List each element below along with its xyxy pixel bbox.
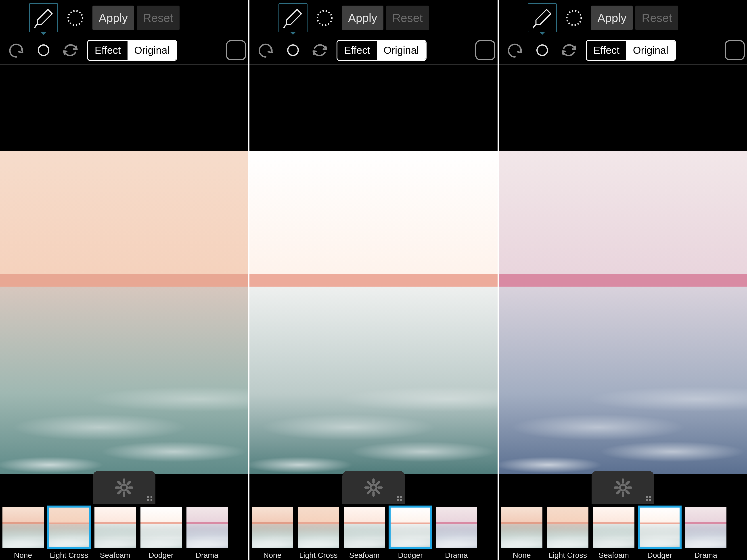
sync-button[interactable] <box>60 40 80 60</box>
brush-tool[interactable] <box>528 3 557 32</box>
mask-tool[interactable] <box>560 3 588 32</box>
seg-original[interactable]: Original <box>128 41 176 60</box>
sync-button[interactable] <box>310 40 330 60</box>
filter-lightcross[interactable]: Light Cross <box>544 506 591 560</box>
drag-handle-icon <box>147 496 152 501</box>
filter-label: Light Cross <box>50 551 88 560</box>
filter-drama[interactable]: Drama <box>184 506 230 560</box>
filter-seafoam[interactable]: Seafoam <box>341 506 388 560</box>
filter-lightcross[interactable]: Light Cross <box>295 506 342 560</box>
filter-thumb-drama <box>684 506 727 549</box>
effect-original-toggle[interactable]: Effect Original <box>337 40 427 61</box>
seg-effect[interactable]: Effect <box>337 41 377 60</box>
filter-thumb-drama <box>185 506 229 549</box>
filter-none[interactable]: None <box>499 506 545 560</box>
apply-button[interactable]: Apply <box>591 6 633 30</box>
filter-dodger[interactable]: Dodger <box>387 506 434 560</box>
effect-original-toggle[interactable]: Effect Original <box>87 40 177 61</box>
svg-point-1 <box>38 45 49 56</box>
filter-label: None <box>14 551 32 560</box>
svg-line-21 <box>377 482 379 484</box>
secondary-toolbar: Effect Original <box>499 36 747 65</box>
undo-button[interactable] <box>256 40 276 60</box>
preview-image <box>499 151 747 474</box>
sync-button[interactable] <box>559 40 579 60</box>
undo-icon <box>256 41 276 60</box>
svg-point-22 <box>567 11 581 25</box>
top-toolbar: Apply Reset <box>499 0 747 36</box>
filter-none[interactable]: None <box>250 506 296 560</box>
circle-icon <box>284 42 302 59</box>
filter-label: Drama <box>445 551 468 560</box>
seg-effect[interactable]: Effect <box>587 41 626 60</box>
settings-tab[interactable] <box>342 471 405 504</box>
aspect-button[interactable] <box>725 40 745 60</box>
brush-icon <box>532 7 553 29</box>
filter-label: Drama <box>694 551 717 560</box>
secondary-toolbar: Effect Original <box>0 36 248 65</box>
svg-line-26 <box>626 491 628 493</box>
seg-original[interactable]: Original <box>626 41 675 60</box>
svg-line-10 <box>128 482 130 484</box>
brush-tool[interactable] <box>29 3 58 32</box>
mask-tool[interactable] <box>310 3 339 32</box>
svg-point-24 <box>620 485 626 490</box>
filter-seafoam[interactable]: Seafoam <box>92 506 138 560</box>
svg-line-28 <box>617 491 619 493</box>
filter-drama[interactable]: Drama <box>682 506 729 560</box>
mask-tool[interactable] <box>61 3 90 32</box>
undo-button[interactable] <box>7 40 27 60</box>
reset-button[interactable]: Reset <box>635 6 678 30</box>
svg-point-12 <box>288 45 298 56</box>
apply-button[interactable]: Apply <box>93 6 134 30</box>
filter-thumb-dodger <box>389 506 432 549</box>
sync-icon <box>559 40 579 60</box>
editor-panel: Apply Reset Effect Original <box>250 0 498 560</box>
filter-label: Dodger <box>647 551 672 560</box>
settings-tab[interactable] <box>93 471 155 504</box>
effect-original-toggle[interactable]: Effect Original <box>586 40 676 61</box>
filter-dodger[interactable]: Dodger <box>137 506 184 560</box>
filter-lightcross[interactable]: Light Cross <box>46 506 93 560</box>
seg-effect[interactable]: Effect <box>88 41 128 60</box>
top-toolbar: Apply Reset <box>250 0 498 36</box>
filter-label: Light Cross <box>548 551 587 560</box>
filter-label: Dodger <box>149 551 174 560</box>
filter-label: Dodger <box>398 551 423 560</box>
filter-strip[interactable]: None Light Cross Seafoam Dodger Drama <box>0 504 248 560</box>
preview-image <box>0 151 248 474</box>
filter-none[interactable]: None <box>0 506 47 560</box>
apply-button[interactable]: Apply <box>342 6 383 30</box>
filter-thumb-none <box>251 506 294 549</box>
reset-button[interactable]: Reset <box>137 6 180 30</box>
filter-label: Seafoam <box>349 551 380 560</box>
aspect-button[interactable] <box>226 40 246 60</box>
filter-thumb-seafoam <box>342 506 386 549</box>
reset-button[interactable]: Reset <box>386 6 429 30</box>
svg-point-13 <box>370 485 377 490</box>
filter-label: None <box>513 551 531 560</box>
brush-tool[interactable] <box>279 3 308 32</box>
undo-icon <box>506 41 525 60</box>
gear-icon <box>363 477 384 498</box>
shape-circle-button[interactable] <box>532 40 552 60</box>
shape-circle-button[interactable] <box>33 40 54 60</box>
filter-strip[interactable]: None Light Cross Seafoam Dodger Drama <box>499 504 747 560</box>
filter-strip[interactable]: None Light Cross Seafoam Dodger Drama <box>250 504 498 560</box>
svg-point-2 <box>121 485 127 490</box>
svg-line-19 <box>368 482 370 484</box>
gear-icon <box>113 477 135 498</box>
filter-dodger[interactable]: Dodger <box>636 506 683 560</box>
filter-drama[interactable]: Drama <box>433 506 480 560</box>
circle-icon <box>35 42 52 59</box>
seg-original[interactable]: Original <box>377 41 426 60</box>
circle-icon <box>534 42 551 59</box>
settings-tab[interactable] <box>592 471 654 504</box>
filter-label: Seafoam <box>598 551 629 560</box>
undo-button[interactable] <box>505 40 525 60</box>
svg-line-8 <box>118 482 120 484</box>
svg-line-17 <box>368 491 370 493</box>
shape-circle-button[interactable] <box>283 40 303 60</box>
filter-seafoam[interactable]: Seafoam <box>590 506 637 560</box>
aspect-button[interactable] <box>475 40 495 60</box>
